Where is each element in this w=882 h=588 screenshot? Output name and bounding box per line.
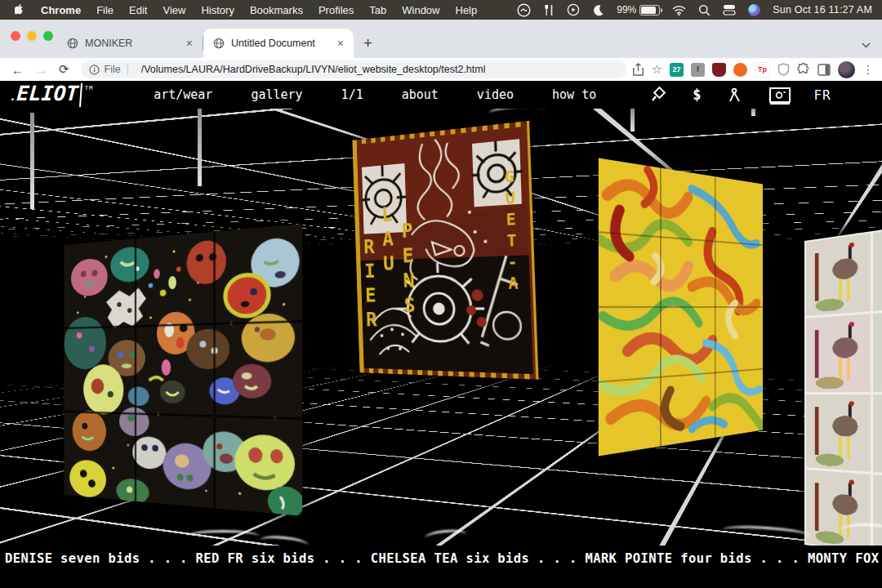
menu-bookmarks[interactable]: Bookmarks <box>250 4 303 16</box>
painting-text-right: GUET-A <box>501 167 522 295</box>
fork-knife-icon[interactable] <box>543 3 555 16</box>
nav-gallery[interactable]: gallery <box>251 87 302 102</box>
logo-text: ELIOT <box>9 83 82 107</box>
language-toggle[interactable]: FR <box>813 87 831 103</box>
zoom-window-button[interactable] <box>43 31 53 41</box>
lineart-canvas: GUET-A LAU PENS RIER <box>357 127 533 374</box>
search-icon[interactable] <box>650 87 666 103</box>
battery-percent: 99% <box>617 4 636 16</box>
faces-painting-canvas <box>65 224 303 516</box>
facebook-extension-icon[interactable]: f <box>691 63 705 77</box>
menu-window[interactable]: Window <box>402 4 439 16</box>
info-icon[interactable] <box>89 65 100 75</box>
nav-about[interactable]: about <box>402 87 439 102</box>
tab-moniker[interactable]: MONIKER × <box>57 29 203 58</box>
gallery-3d-scene[interactable]: GUET-A LAU PENS RIER <box>0 109 882 546</box>
grid-post <box>198 109 202 186</box>
browser-menu-icon[interactable]: ⋮ <box>862 63 874 76</box>
nav-art-wear[interactable]: art/wear <box>154 87 212 102</box>
tab-untitled-document[interactable]: Untitled Document × <box>203 29 354 58</box>
ublock-shield-icon[interactable] <box>712 63 726 77</box>
battery-icon <box>639 5 660 16</box>
tab-close-icon[interactable]: × <box>336 37 345 50</box>
bids-ticker: DENISE seven bids . . . RED FR six bids … <box>0 546 882 572</box>
wifi-icon[interactable] <box>672 3 686 16</box>
macos-menu-bar: Chrome File Edit View History Bookmarks … <box>0 0 882 20</box>
bookmark-star-icon[interactable]: ☆ <box>652 62 662 77</box>
nav-video[interactable]: video <box>477 87 514 102</box>
globe-favicon <box>67 38 78 49</box>
camera-icon[interactable] <box>769 87 791 103</box>
bird-tile <box>806 394 871 472</box>
grid-post <box>751 109 755 116</box>
url-path: /Volumes/LAURA/HardDriveBackup/LIVYN/eli… <box>141 64 486 75</box>
nav-how-to[interactable]: how to <box>552 87 596 102</box>
desktop: Chrome File Edit View History Bookmarks … <box>0 0 882 588</box>
play-circle-icon[interactable] <box>567 3 580 16</box>
back-button[interactable]: ← <box>11 63 24 77</box>
new-tab-button[interactable]: + <box>363 34 372 52</box>
header-icons: $ <box>650 87 791 103</box>
bird-tile <box>872 394 882 478</box>
tab-search-chevron-icon[interactable] <box>862 37 871 51</box>
bird-tile <box>806 234 871 316</box>
bird-tile <box>872 222 882 310</box>
grid-post <box>30 113 34 209</box>
creative-cloud-icon[interactable] <box>517 3 531 16</box>
menu-edit[interactable]: Edit <box>129 4 147 16</box>
tab-title: Untitled Document <box>231 38 336 49</box>
chrome-tab-strip: MONIKER × Untitled Document × + <box>0 20 882 58</box>
siri-icon[interactable] <box>748 4 760 16</box>
artwork-faces-painting[interactable] <box>65 224 303 516</box>
bird-tile <box>872 309 882 392</box>
menu-tab[interactable]: Tab <box>369 4 386 16</box>
gray-shield-extension-icon[interactable] <box>777 63 790 76</box>
site-logo[interactable]: ELIOT TM <box>10 83 93 107</box>
tab-close-icon[interactable]: × <box>185 37 194 50</box>
tab-title: MONIKER <box>85 38 185 49</box>
minimize-window-button[interactable] <box>27 31 37 41</box>
control-center-icon[interactable] <box>723 3 736 16</box>
painting-text-lau: LAU <box>377 203 399 277</box>
extensions-puzzle-icon[interactable] <box>797 63 810 76</box>
artwork-bird-grid[interactable] <box>804 220 882 546</box>
orange-extension-icon[interactable] <box>733 63 747 77</box>
painting-text-pens: PENS <box>398 219 420 318</box>
battery-indicator[interactable]: 99% <box>617 4 660 16</box>
side-panel-icon[interactable] <box>817 64 831 76</box>
menu-history[interactable]: History <box>201 4 234 16</box>
menu-bar-clock[interactable]: Sun Oct 16 11:27 AM <box>773 4 872 16</box>
nav-1-1[interactable]: 1/1 <box>341 87 363 102</box>
extension-27-icon[interactable]: 27 <box>670 63 684 77</box>
apple-menu-icon[interactable] <box>15 3 25 16</box>
site-nav: art/wear gallery 1/1 about video how to <box>154 87 596 102</box>
artwork-lineart-tapestry[interactable]: GUET-A LAU PENS RIER <box>352 121 538 380</box>
painting-text-rier: RIER <box>359 235 381 332</box>
globe-favicon <box>213 38 225 49</box>
artwork-psychedelic-flames[interactable] <box>599 158 763 457</box>
grid-post <box>630 109 635 131</box>
spotlight-search-icon[interactable] <box>698 3 710 16</box>
close-window-button[interactable] <box>11 31 20 41</box>
ticker-text: DENISE seven bids . . . RED FR six bids … <box>5 551 882 566</box>
profile-avatar[interactable] <box>838 61 855 78</box>
address-bar[interactable]: File /Volumes/LAURA/HardDriveBackup/LIVY… <box>81 60 626 78</box>
menu-file[interactable]: File <box>96 4 114 16</box>
site-header: ELIOT TM art/wear gallery 1/1 about vide… <box>0 81 882 109</box>
menu-profiles[interactable]: Profiles <box>318 4 354 16</box>
web-page: ELIOT TM art/wear gallery 1/1 about vide… <box>0 81 882 588</box>
menu-help[interactable]: Help <box>456 4 478 16</box>
moon-icon[interactable] <box>592 3 604 16</box>
window-controls <box>11 31 53 41</box>
menu-app-name[interactable]: Chrome <box>41 4 81 16</box>
share-icon[interactable] <box>632 63 644 76</box>
tp-extension-icon[interactable]: Tp <box>755 62 770 78</box>
forward-button[interactable]: → <box>35 63 47 77</box>
dollar-icon[interactable]: $ <box>693 87 701 103</box>
reload-button[interactable]: ⟳ <box>59 62 69 77</box>
trademark-label: TM <box>85 85 93 91</box>
bird-tile <box>806 314 871 391</box>
person-icon[interactable] <box>727 87 743 102</box>
url-scheme-label: File <box>105 64 128 75</box>
menu-view[interactable]: View <box>163 4 185 16</box>
